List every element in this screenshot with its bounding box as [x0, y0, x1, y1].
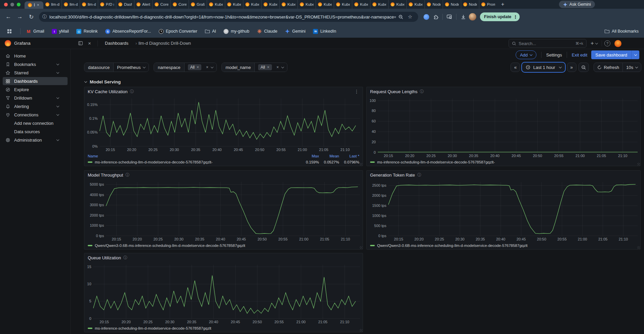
- dock-menu-icon[interactable]: [78, 41, 83, 46]
- panel-title[interactable]: Request Queue Lengths: [370, 89, 417, 94]
- legend-row[interactable]: ms-inference-scheduling-llm-d-modelservi…: [84, 325, 363, 332]
- browser-tab[interactable]: Node: [425, 0, 443, 9]
- browser-tab[interactable]: Alert: [134, 0, 152, 9]
- breadcrumb-dashboards[interactable]: Dashboards: [105, 41, 128, 46]
- browser-tab[interactable]: Kube: [352, 0, 370, 9]
- panel-menu-icon[interactable]: ⋮: [354, 89, 359, 94]
- browser-tab[interactable]: Dash: [116, 0, 134, 9]
- browser-tab[interactable]: Kube: [406, 0, 425, 9]
- legend-row[interactable]: Qwen/Qwen3-0.6B-ms-inference-scheduling-…: [367, 242, 640, 249]
- bookmark-item[interactable]: SAbsenceReportFor...: [105, 29, 151, 34]
- generation-token-rate-chart[interactable]: 20:1520:2020:2520:3020:3520:4020:4520:50…: [367, 179, 640, 242]
- forward-button[interactable]: →: [14, 13, 26, 20]
- clear-all-icon[interactable]: ×: [206, 65, 208, 70]
- ask-gemini-button[interactable]: Ask Gemini: [559, 1, 595, 8]
- browser-tab[interactable]: Kube: [243, 0, 261, 9]
- legend-header-last[interactable]: Last *: [339, 154, 359, 158]
- info-icon[interactable]: ⓘ: [417, 172, 421, 178]
- sidebar-item-administration[interactable]: Administration: [3, 136, 68, 144]
- panel-title[interactable]: Generation Token Rate: [370, 173, 415, 178]
- finish-update-button[interactable]: Finish update ⋮: [480, 12, 520, 21]
- remove-tag-icon[interactable]: ×: [197, 65, 199, 70]
- chevron-down-icon[interactable]: [281, 66, 284, 68]
- new-tab-button[interactable]: +: [497, 1, 508, 7]
- section-model-serving[interactable]: Model Serving: [85, 79, 121, 84]
- queue-utilization-chart[interactable]: 20:1520:2020:2520:3020:3520:4020:4520:50…: [84, 262, 363, 325]
- all-bookmarks-button[interactable]: All Bookmarks: [604, 29, 639, 34]
- namespace-value-tag[interactable]: All ×: [188, 64, 201, 70]
- clear-all-icon[interactable]: ×: [277, 65, 279, 70]
- add-panel-button[interactable]: Add: [516, 50, 536, 59]
- variable-datasource[interactable]: datasource Prometheus: [84, 63, 149, 72]
- inspect-page-icon[interactable]: [445, 14, 454, 20]
- refresh-interval-dropdown[interactable]: 10s: [622, 63, 641, 72]
- bookmark-item[interactable]: Gemini: [285, 29, 306, 34]
- settings-button[interactable]: Settings: [546, 52, 562, 58]
- save-dashboard-button[interactable]: Save dashboard: [591, 50, 639, 59]
- exit-edit-button[interactable]: Exit edit: [572, 52, 587, 58]
- site-info-icon[interactable]: ⓘ: [42, 14, 47, 20]
- variable-namespace[interactable]: namespace All × ×: [154, 63, 217, 72]
- bookmark-item[interactable]: inLinkedIn: [313, 29, 336, 34]
- browser-tab[interactable]: Kube: [316, 0, 334, 9]
- help-icon[interactable]: ?: [604, 40, 610, 46]
- browser-tab[interactable]: Kube: [261, 0, 279, 9]
- bookmark-item[interactable]: Epoch Converter: [158, 29, 197, 34]
- sidebar-item-drilldown[interactable]: Drilldown: [3, 94, 68, 102]
- browser-tab[interactable]: Prom: [479, 0, 497, 9]
- extension-icon[interactable]: [421, 14, 431, 20]
- sidebar-item-home[interactable]: Home: [3, 52, 68, 60]
- browser-tab[interactable]: Kube: [297, 0, 316, 9]
- browser-tab[interactable]: Core: [152, 0, 170, 9]
- bookmark-star-icon[interactable]: ☆: [405, 14, 415, 20]
- tab-close-icon[interactable]: ×: [37, 3, 39, 7]
- chevron-down-icon[interactable]: [143, 66, 146, 68]
- browser-tab[interactable]: Kube: [370, 0, 388, 9]
- bookmark-item[interactable]: my-github: [224, 29, 249, 34]
- sidebar-item-bookmarks[interactable]: Bookmarks: [3, 60, 68, 68]
- browser-tab[interactable]: llm-d: [62, 0, 80, 9]
- time-shift-forward-button[interactable]: »: [567, 63, 576, 72]
- url-bar[interactable]: ⓘ localhost:3000/d/llm-d-diagnostic-dril…: [39, 12, 418, 22]
- add-new-dropdown[interactable]: +: [591, 38, 598, 49]
- time-range-picker[interactable]: Last 1 hour: [522, 63, 565, 72]
- legend-header-max[interactable]: Max: [299, 154, 319, 158]
- time-zoom-out-button[interactable]: [578, 63, 589, 72]
- legend-row[interactable]: Qwen/Qwen3-0.6B-ms-inference-scheduling-…: [84, 242, 363, 249]
- panel-title[interactable]: KV Cache Utilization: [88, 89, 128, 94]
- sidebar-item-data-sources[interactable]: Data sources: [3, 127, 68, 136]
- window-minimize-button[interactable]: [10, 3, 14, 6]
- bookmark-item[interactable]: ◎Reolink: [76, 29, 98, 34]
- sidebar-item-starred[interactable]: Starred: [3, 69, 68, 77]
- variable-model-name[interactable]: model_name All × ×: [222, 63, 287, 72]
- browser-tab[interactable]: llm-d: [43, 0, 62, 9]
- browser-tab[interactable]: llm-d: [80, 0, 98, 9]
- legend-row[interactable]: ms-inference-scheduling-llm-d-modelservi…: [367, 158, 640, 166]
- browser-tab[interactable]: Kube: [334, 0, 352, 9]
- info-icon[interactable]: ⓘ: [420, 89, 424, 95]
- sidebar-item-add-new-connection[interactable]: Add new connection: [3, 119, 68, 127]
- close-menu-icon[interactable]: ×: [88, 40, 91, 46]
- reload-button[interactable]: ↻: [26, 13, 37, 21]
- model-name-value-tag[interactable]: All ×: [258, 64, 272, 70]
- model-throughput-chart[interactable]: 20:1520:2020:2520:3020:3520:4020:4520:50…: [84, 179, 363, 242]
- window-zoom-button[interactable]: [17, 3, 21, 6]
- browser-tab[interactable]: Node: [461, 0, 479, 9]
- remove-tag-icon[interactable]: ×: [267, 65, 270, 70]
- window-close-button[interactable]: [4, 3, 8, 6]
- sidebar-item-explore[interactable]: Explore: [3, 85, 68, 94]
- bookmark-item[interactable]: MGmail: [26, 29, 44, 34]
- browser-tab[interactable]: Core: [170, 0, 189, 9]
- panel-title[interactable]: Queue Utilization: [88, 255, 121, 260]
- sidebar-item-alerting[interactable]: Alerting: [3, 102, 68, 110]
- info-icon[interactable]: ⓘ: [123, 255, 127, 261]
- apps-grid-icon[interactable]: [5, 29, 14, 34]
- back-button[interactable]: ←: [3, 13, 14, 20]
- refresh-button[interactable]: Refresh: [594, 63, 623, 72]
- bookmark-item[interactable]: AI: [205, 29, 216, 34]
- time-shift-back-button[interactable]: «: [511, 63, 520, 72]
- save-dashboard-dropdown[interactable]: [631, 50, 639, 59]
- download-icon[interactable]: [458, 14, 468, 20]
- browser-tab[interactable]: Grafa: [189, 0, 207, 9]
- browser-tab[interactable]: Kube: [279, 0, 297, 9]
